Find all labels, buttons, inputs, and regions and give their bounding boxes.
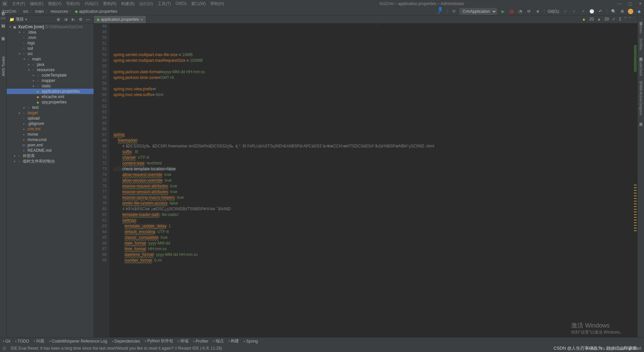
tree-node[interactable]: ▪crm.iml xyxy=(7,126,94,132)
code-line[interactable] xyxy=(113,263,637,269)
user-avatar[interactable] xyxy=(628,9,633,14)
code-line[interactable]: settings: xyxy=(113,218,637,223)
coverage-button[interactable]: ◔ xyxy=(517,8,523,14)
menu-item[interactable]: 窗口(W) xyxy=(189,0,208,7)
code-line[interactable]: datetime_format: yyyy-MM-dd HH:mm:ss xyxy=(113,252,637,258)
menu-item[interactable]: 视图(V) xyxy=(46,0,63,7)
tab-application-properties[interactable]: ◆ application.properties ✕ xyxy=(94,16,146,23)
menu-item[interactable]: 运行(U) xyxy=(137,0,155,7)
code-line[interactable] xyxy=(113,81,637,86)
plugin-icon[interactable]: ◆ xyxy=(636,8,642,14)
code-line[interactable]: template_update_delay: 1 xyxy=(113,223,637,229)
tree-node[interactable]: ▸▫test xyxy=(7,105,94,110)
tree-node[interactable]: ▫out xyxy=(7,46,94,51)
tree-node[interactable]: ▸▫java xyxy=(7,62,94,67)
tree-node[interactable]: ▸▫外部库 xyxy=(7,153,94,159)
code-editor[interactable]: 4849505152535455565758596061626364656667… xyxy=(94,24,637,337)
code-line[interactable] xyxy=(113,46,637,52)
code-line[interactable]: spring.mvc.view.prefix=/ xyxy=(113,86,637,92)
menu-item[interactable]: 编辑(E) xyxy=(28,0,45,7)
chevron-down-icon[interactable]: ˇ xyxy=(629,17,631,21)
right-tab[interactable]: Maven xyxy=(639,22,643,35)
toolwindow-tab[interactable]: ▪ TODO xyxy=(15,339,29,344)
toolwindow-tab[interactable]: ▪ 构建 xyxy=(228,338,239,344)
tree-node[interactable]: ▾▫resources xyxy=(7,67,94,73)
search-icon[interactable]: 🔍 xyxy=(610,8,616,14)
toolwindow-tab[interactable]: ▪ Spring xyxy=(244,339,258,344)
menu-item[interactable]: Git(G) xyxy=(173,0,189,7)
chevron-down-icon[interactable]: ▾ xyxy=(25,17,27,22)
tree-node[interactable]: ▾▫.idea xyxy=(7,30,94,35)
tree-node[interactable]: ▫.mvn xyxy=(7,35,94,40)
status-icon[interactable] xyxy=(3,347,6,350)
code-line[interactable]: content-type: text/html xyxy=(113,161,637,166)
code-line[interactable]: date_format: yyyy-MM-dd xyxy=(113,240,637,246)
code-line[interactable]: spring.jackson.date-format=yyyy-MM-dd HH… xyxy=(113,69,637,75)
toolwindow-tab[interactable]: ▪ Python 软件包 xyxy=(145,338,173,344)
code-line[interactable]: allow-session-override: true xyxy=(113,178,637,183)
right-tab[interactable]: 数据库 xyxy=(639,119,643,121)
code-line[interactable] xyxy=(113,109,637,115)
code-line[interactable] xyxy=(113,275,637,280)
code-line[interactable]: spring.jackson.time-zone=GMT+8 xyxy=(113,75,637,81)
tree-root[interactable]: ▾▣XzzCrm [crm]D:\GitHouse\XzzCrm xyxy=(7,24,94,30)
git-update-icon[interactable]: ✓ xyxy=(562,8,569,14)
code-line[interactable]: check-template-location=false xyxy=(113,166,637,172)
right-tab[interactable]: CodeGeeX xyxy=(639,58,643,77)
hide-icon[interactable]: — xyxy=(85,16,91,23)
code-line[interactable]: spring.mvc.view.suffix=.html xyxy=(113,92,637,98)
inspection-badges[interactable]: ▲20 ▲20 ✔2 ˆ ˇ xyxy=(582,17,631,21)
right-tab[interactable]: BPMN-Activiti-Diagram xyxy=(639,80,643,117)
code-lines[interactable]: spring.servlet.multipart.max-file-size =… xyxy=(109,24,637,337)
menu-item[interactable]: 代码(C) xyxy=(83,0,100,7)
toolwindow-tab[interactable]: ▪ 终端 xyxy=(178,338,189,344)
menu-item[interactable]: 重构(R) xyxy=(101,0,119,7)
code-line[interactable]: template-loader-path: file:static/ xyxy=(113,212,637,218)
tree-node[interactable]: ▾▫main xyxy=(7,56,94,62)
git-history-icon[interactable]: 🕓 xyxy=(589,8,595,14)
tree-node[interactable]: ▪.gitignore xyxy=(7,121,94,126)
breadcrumb-item[interactable]: src xyxy=(23,9,29,14)
code-line[interactable] xyxy=(113,115,637,121)
code-line[interactable]: suffix: .ftl xyxy=(113,149,637,155)
tree-node[interactable]: ▫upload xyxy=(7,116,94,121)
expand-all-icon[interactable]: ⇉ xyxy=(63,16,69,23)
right-tab[interactable]: 通知 xyxy=(639,17,643,20)
chevron-up-icon[interactable]: ˆ xyxy=(625,17,626,21)
tree-node[interactable]: ▸▫static xyxy=(7,83,94,89)
profile-button[interactable]: ⟳ xyxy=(526,8,532,14)
error-stripe[interactable] xyxy=(633,32,637,337)
project-tree[interactable]: ▾▣XzzCrm [crm]D:\GitHouse\XzzCrm▾▫.idea▫… xyxy=(7,24,94,337)
build-button[interactable]: ⚒ xyxy=(451,8,457,14)
tree-node[interactable]: ▸▫codeTemplate xyxy=(7,73,94,78)
code-line[interactable]: freemarker: xyxy=(113,138,637,143)
code-line[interactable] xyxy=(113,269,637,275)
code-line[interactable]: spring.servlet.multipart.max-file-size =… xyxy=(113,52,637,58)
menu-item[interactable]: 构建(B) xyxy=(119,0,137,7)
tree-node[interactable]: ◆application.properties xyxy=(7,89,94,94)
toolwindow-tab[interactable]: ▪ 端点 xyxy=(213,338,224,344)
tree-node[interactable]: ◆ehcache.xml xyxy=(7,94,94,99)
run-config-select[interactable]: CrmApplication xyxy=(460,8,497,15)
code-line[interactable] xyxy=(113,63,637,69)
maximize-button[interactable]: ▢ xyxy=(628,1,632,6)
menu-item[interactable]: 文件(F) xyxy=(10,0,27,7)
code-line[interactable]: # åDCSSS2ç‰ åDCSRI freemarker éxSDSè®¤åD… xyxy=(113,143,637,149)
select-opened-icon[interactable]: ⊕ xyxy=(55,16,61,23)
menu-item[interactable]: 帮助(H) xyxy=(208,0,226,7)
tree-node[interactable]: ◆spy.properties xyxy=(7,99,94,105)
breadcrumb-item[interactable]: XzzCrm xyxy=(2,9,16,14)
code-line[interactable]: prefer-file-system-access: false xyxy=(113,201,637,206)
code-line[interactable] xyxy=(113,103,637,109)
tree-node[interactable]: mpom.xml xyxy=(7,142,94,148)
tree-node[interactable]: ▫logs xyxy=(7,40,94,46)
code-line[interactable]: spring: xyxy=(113,132,637,138)
toolwindow-tab[interactable]: ▪ Git xyxy=(3,339,10,344)
toolwindow-tab[interactable]: ▪ 问题 xyxy=(34,338,45,344)
tree-node[interactable]: ▪mvnw xyxy=(7,132,94,137)
git-rollback-icon[interactable]: ↶ xyxy=(597,8,603,14)
menu-item[interactable]: 导航(N) xyxy=(64,0,82,7)
code-line[interactable]: expose-spring-macro-helpers: true xyxy=(113,195,637,201)
left-tab[interactable]: 项目 xyxy=(1,17,6,19)
collapse-all-icon[interactable]: ⇇ xyxy=(70,16,76,23)
